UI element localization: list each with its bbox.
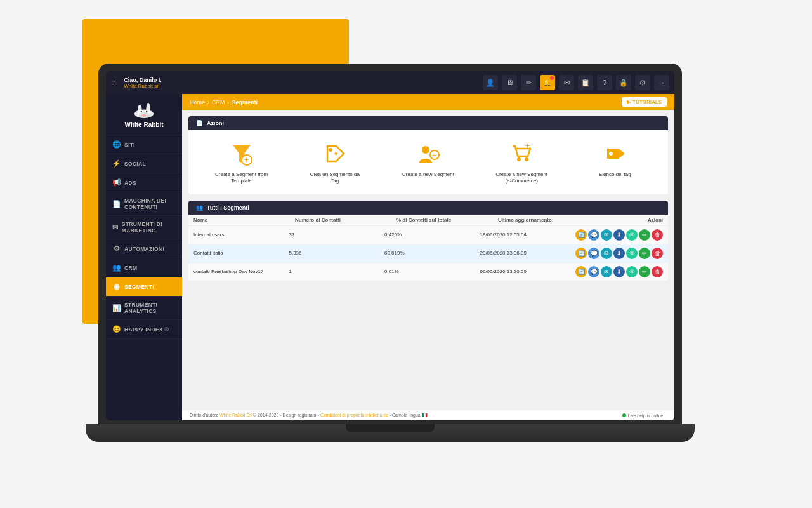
action-ecommerce-segment[interactable]: + Create a new Segment (e-Commerce)	[493, 140, 550, 185]
users-add-icon: +	[414, 140, 442, 168]
row3-export-btn[interactable]: ⬇	[613, 266, 625, 277]
row3-view-btn[interactable]: 👁	[626, 266, 638, 277]
svg-point-7	[146, 111, 148, 113]
sidebar-item-siti[interactable]: 🌐 SITI	[106, 135, 182, 154]
action-label-4: Create a new Segment (e-Commerce)	[493, 171, 550, 185]
row1-email-btn[interactable]: ✉	[601, 229, 612, 241]
sidebar: White Rabbit 🌐 SITI ⚡ SOCIAL	[106, 94, 182, 420]
row3-chat-btn[interactable]: 💬	[588, 266, 599, 277]
sidebar-label-ads: ADS	[124, 180, 136, 186]
sidebar-item-ads[interactable]: 📢 ADS	[106, 173, 182, 192]
sidebar-item-crm[interactable]: 👥 CRM	[106, 258, 182, 277]
tutorials-icon: ▶	[627, 99, 631, 105]
hamburger-menu[interactable]: ≡	[111, 77, 116, 88]
segments-panel: 👥 Tutti I Segmenti Nome Numero di Contat…	[188, 201, 668, 281]
tutorials-label: TUTORIALS	[632, 99, 662, 105]
row3-percent: 0,01%	[384, 269, 480, 274]
sidebar-item-automazioni[interactable]: ⚙ AUTOMAZIONI	[106, 239, 182, 258]
sidebar-label-marketing: STRUMENTI DI MARKETING	[122, 221, 176, 234]
footer-ip-link[interactable]: Condizioni di proprietà intellettuale	[320, 413, 388, 417]
action-segment-tag[interactable]: ✦ Crea un Segmento da Tag	[306, 140, 363, 185]
crm-icon: 👥	[112, 264, 121, 272]
action-label-5: Elenco dei tag	[599, 171, 631, 178]
laptop-notch	[346, 424, 435, 432]
sidebar-item-social[interactable]: ⚡ SOCIAL	[106, 154, 182, 173]
email-icon-btn[interactable]: ✉	[559, 75, 574, 90]
breadcrumb-home[interactable]: Home	[190, 99, 205, 105]
row1-name: Internal users	[193, 232, 289, 237]
row1-delete-btn[interactable]: 🗑	[652, 229, 663, 241]
actions-file-icon: 📄	[196, 120, 203, 126]
table-row: Contatti Italia 5.336 60,619% 29/06/2020…	[188, 244, 668, 263]
row2-updated: 29/06/2020 13:36:09	[480, 250, 576, 256]
row2-edit-btn[interactable]: ✏	[639, 248, 650, 259]
action-tag-list[interactable]: Elenco dei tag	[586, 140, 643, 185]
action-segment-template[interactable]: + Create a Segment from Template	[213, 140, 270, 185]
edit-icon-btn[interactable]: ✏	[521, 75, 536, 90]
row2-sync-btn[interactable]: 🔄	[575, 248, 587, 259]
sidebar-label-siti: SITI	[124, 142, 135, 148]
action-new-segment[interactable]: + Create a new Segment	[400, 140, 457, 185]
row3-email-btn[interactable]: ✉	[601, 266, 612, 277]
row1-export-btn[interactable]: ⬇	[613, 229, 625, 241]
actions-grid: + Create a Segment from Template	[188, 130, 668, 194]
footer-link[interactable]: White Rabbit Srl	[219, 413, 252, 417]
row2-delete-btn[interactable]: 🗑	[652, 248, 663, 259]
breadcrumb-crm[interactable]: CRM	[212, 99, 225, 105]
globe-icon: 🌐	[112, 140, 121, 149]
content-scroll[interactable]: 📄 Azioni	[182, 110, 674, 410]
row2-view-btn[interactable]: 👁	[626, 248, 638, 259]
monitor-icon-btn[interactable]: 🖥	[502, 75, 517, 90]
svg-text:+: +	[432, 150, 437, 160]
live-dot	[622, 413, 626, 417]
lock-icon-btn[interactable]: 🔒	[616, 75, 631, 90]
sidebar-label-social: SOCIAL	[124, 161, 146, 167]
logo-area: White Rabbit	[106, 94, 182, 135]
user-info: Ciao, Danilo I. White Rabbit srl	[124, 77, 162, 89]
svg-point-17	[517, 157, 521, 161]
main-area: White Rabbit 🌐 SITI ⚡ SOCIAL	[106, 94, 674, 420]
company-name: White Rabbit srl	[124, 83, 162, 89]
footer-copyright: Diritto d'autore White Rabbit Srl © 2014…	[190, 413, 428, 418]
cart-icon: +	[508, 140, 535, 168]
row2-email-btn[interactable]: ✉	[601, 248, 612, 259]
row1-chat-btn[interactable]: 💬	[588, 229, 599, 241]
row2-chat-btn[interactable]: 💬	[588, 248, 599, 259]
sidebar-item-contenuti[interactable]: 📄 MACCHINA DEI CONTENUTI	[106, 192, 182, 216]
svg-point-12	[329, 148, 332, 152]
laptop-screen-bezel: ≡ Ciao, Danilo I. White Rabbit srl 👤 🖥 ✏…	[98, 64, 682, 425]
contenuti-icon: 📄	[112, 200, 121, 208]
segments-header-icon: 👥	[196, 204, 203, 211]
row2-export-btn[interactable]: ⬇	[613, 248, 625, 259]
notification-icon-btn[interactable]: 🔔	[540, 75, 555, 90]
tutorials-button[interactable]: ▶ TUTORIALS	[622, 97, 667, 107]
settings-icon-btn[interactable]: ⚙	[635, 75, 650, 90]
sidebar-item-happy[interactable]: 😊 HAPPY INDEX ®	[106, 320, 182, 339]
logout-icon-btn[interactable]: →	[654, 75, 669, 90]
happy-icon: 😊	[112, 325, 121, 333]
marketing-icon: ✉	[112, 224, 119, 232]
row1-view-btn[interactable]: 👁	[626, 229, 638, 241]
sidebar-item-segmenti[interactable]: ◉ SEGMENTI	[106, 277, 182, 297]
user-greeting: Ciao, Danilo I.	[124, 77, 162, 83]
breadcrumb-bar: Home › CRM › Segmenti ▶ TUTORIALS	[182, 94, 674, 110]
action-label-3: Create a new Segment	[402, 171, 454, 178]
row1-sync-btn[interactable]: 🔄	[575, 229, 587, 241]
row1-percent: 0,420%	[384, 232, 480, 237]
svg-text:+: +	[525, 142, 530, 150]
help-icon-btn[interactable]: ?	[597, 75, 612, 90]
row1-contacts: 37	[289, 232, 385, 237]
sidebar-item-analytics[interactable]: 📊 STRUMENTI ANALYTICS	[106, 297, 182, 320]
sidebar-item-marketing[interactable]: ✉ STRUMENTI DI MARKETING	[106, 216, 182, 239]
svg-point-18	[525, 157, 528, 161]
row3-delete-btn[interactable]: 🗑	[652, 266, 663, 277]
row1-edit-btn[interactable]: ✏	[639, 229, 650, 241]
row3-edit-btn[interactable]: ✏	[639, 266, 650, 277]
users-icon-btn[interactable]: 👤	[483, 75, 498, 90]
breadcrumb: Home › CRM › Segmenti	[190, 99, 258, 105]
clipboard-icon-btn[interactable]: 📋	[578, 75, 593, 90]
actions-panel-header: 📄 Azioni	[188, 116, 668, 130]
tag-icon	[601, 140, 629, 168]
row3-sync-btn[interactable]: 🔄	[575, 266, 587, 277]
sidebar-label-crm: CRM	[124, 265, 137, 271]
